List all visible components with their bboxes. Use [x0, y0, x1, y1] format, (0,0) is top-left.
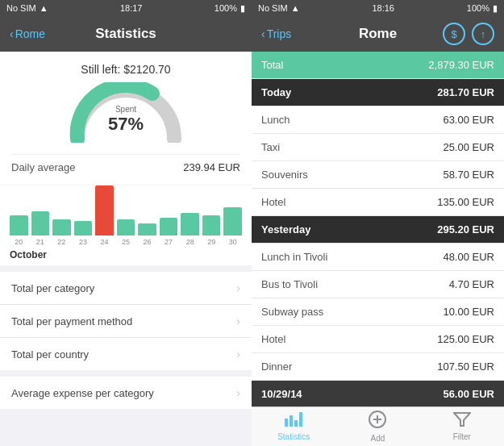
still-left-text: Still left: $2120.70: [81, 63, 170, 76]
daily-avg-amount: 239.94 EUR: [183, 161, 240, 173]
left-back-button[interactable]: ‹ Rome: [10, 27, 45, 40]
menu-section-2: Average expense per category›: [0, 377, 252, 409]
chevron-right-icon: ›: [236, 386, 240, 399]
bar-col: 25: [117, 219, 135, 246]
tx-label: Souvenirs: [261, 169, 308, 181]
right-chevron-icon: ‹: [261, 27, 265, 40]
chevron-right-icon: ›: [236, 348, 240, 361]
bar-col: 22: [52, 219, 71, 246]
svg-rect-1: [289, 415, 293, 427]
daily-avg-row: Daily average 239.94 EUR: [11, 154, 240, 173]
bar: [95, 185, 114, 236]
left-status-right: 100% ▮: [215, 3, 245, 14]
right-status-bar: No SIM ▲ 18:16 100% ▮: [252, 0, 504, 16]
right-carrier: No SIM: [258, 3, 288, 13]
donut-label: Spent 57%: [108, 105, 144, 135]
tx-amount: 48.00 EUR: [443, 251, 494, 263]
tx-amount: 125.00 EUR: [437, 333, 494, 345]
table-row[interactable]: Total2,879.30 EUR: [252, 52, 504, 79]
tx-label: Total: [261, 59, 283, 71]
svg-rect-0: [285, 419, 288, 427]
bar-chart-area: 2021222324252627282930: [10, 194, 242, 246]
bar-label: 24: [100, 238, 108, 246]
right-battery-icon: ▮: [493, 3, 498, 14]
chevron-right-icon: ›: [236, 281, 240, 294]
bar-col: 30: [223, 207, 242, 246]
table-row[interactable]: Dinner107.50 EUR: [252, 353, 504, 381]
left-carrier: No SIM: [6, 3, 36, 13]
tx-label: Taxi: [261, 141, 280, 153]
menu-item[interactable]: Total per country›: [0, 338, 252, 370]
table-row[interactable]: Hotel125.00 EUR: [252, 326, 504, 353]
left-time: 18:17: [120, 3, 143, 13]
table-row[interactable]: Lunch63.00 EUR: [252, 106, 504, 134]
right-wifi-icon: ▲: [291, 3, 300, 13]
bar: [117, 219, 135, 236]
left-panel: No SIM ▲ 18:17 100% ▮ ‹ Rome Statistics …: [0, 0, 252, 446]
right-status-right: 100% ▮: [467, 3, 498, 14]
table-row[interactable]: 10/29/1456.00 EUR: [252, 381, 504, 406]
tx-amount: 10.00 EUR: [443, 306, 494, 318]
left-status-bar: No SIM ▲ 18:17 100% ▮: [0, 0, 252, 16]
bar-chart-section: 2021222324252627282930 October: [0, 185, 252, 265]
share-button[interactable]: ↑: [472, 23, 494, 45]
tx-label: Hotel: [261, 333, 285, 345]
menu-item-label: Total per country: [11, 348, 89, 361]
right-nav-title: Rome: [359, 26, 397, 42]
tx-label: 10/29/14: [261, 388, 302, 400]
still-left-label: Still left:: [81, 63, 120, 76]
tx-amount: 295.20 EUR: [437, 223, 494, 236]
menu-item[interactable]: Average expense per category›: [0, 377, 252, 409]
table-row[interactable]: Souvenirs58.70 EUR: [252, 161, 504, 189]
table-row[interactable]: Today281.70 EUR: [252, 79, 504, 106]
bar-label: 21: [36, 238, 44, 246]
table-row[interactable]: Taxi25.00 EUR: [252, 134, 504, 161]
tab-bar: StatisticsAddFilter: [252, 406, 504, 446]
dollar-icon: $: [451, 28, 456, 40]
bar: [202, 215, 221, 236]
table-row[interactable]: Bus to Tivoli4.70 EUR: [252, 271, 504, 298]
bar-col: 28: [181, 213, 199, 246]
tab-item-filter[interactable]: Filter: [420, 407, 504, 446]
tx-amount: 63.00 EUR: [443, 114, 494, 126]
right-back-button[interactable]: ‹ Trips: [261, 27, 291, 40]
table-row[interactable]: Yesterday295.20 EUR: [252, 216, 504, 244]
bar-label: 30: [229, 238, 237, 246]
tx-amount: 58.70 EUR: [443, 169, 494, 181]
menu-item[interactable]: Total per payment method›: [0, 305, 252, 338]
bar-label: 26: [144, 238, 152, 246]
tx-label: Today: [261, 86, 291, 98]
still-left-amount: $2120.70: [123, 63, 170, 76]
chevron-right-icon: ›: [236, 315, 240, 327]
right-back-label: Trips: [267, 27, 292, 40]
tx-label: Dinner: [261, 361, 292, 373]
chart-section: Still left: $2120.70 Spent 57% Daily ave…: [0, 52, 252, 185]
svg-marker-7: [454, 413, 470, 426]
chart-month: October: [10, 249, 242, 261]
menu-item-label: Total per payment method: [11, 315, 132, 327]
currency-button[interactable]: $: [443, 23, 465, 45]
table-row[interactable]: Subway pass10.00 EUR: [252, 298, 504, 326]
tx-amount: 281.70 EUR: [437, 86, 494, 98]
bar-col: 27: [160, 218, 178, 246]
menu-item[interactable]: Total per category›: [0, 272, 252, 305]
bar-label: 22: [57, 238, 65, 246]
tx-amount: 135.00 EUR: [437, 196, 494, 208]
left-wifi-icon: ▲: [40, 3, 48, 13]
tx-label: Bus to Tivoli: [261, 278, 318, 290]
svg-rect-2: [294, 420, 298, 427]
bar-col: 20: [10, 215, 28, 246]
bar: [181, 213, 199, 236]
tab-item-statistics[interactable]: Statistics: [252, 407, 335, 446]
tx-amount: 4.70 EUR: [449, 278, 494, 290]
tab-item-add[interactable]: Add: [335, 407, 419, 446]
share-icon: ↑: [481, 28, 486, 40]
left-status-left: No SIM ▲: [6, 3, 48, 13]
tab-label: Add: [371, 434, 385, 443]
bar-col: 26: [138, 223, 156, 246]
tx-amount: 107.50 EUR: [437, 361, 494, 373]
bar: [223, 207, 242, 236]
table-row[interactable]: Lunch in Tivoli48.00 EUR: [252, 244, 504, 271]
table-row[interactable]: Hotel135.00 EUR: [252, 189, 504, 216]
right-status-left: No SIM ▲: [258, 3, 300, 13]
